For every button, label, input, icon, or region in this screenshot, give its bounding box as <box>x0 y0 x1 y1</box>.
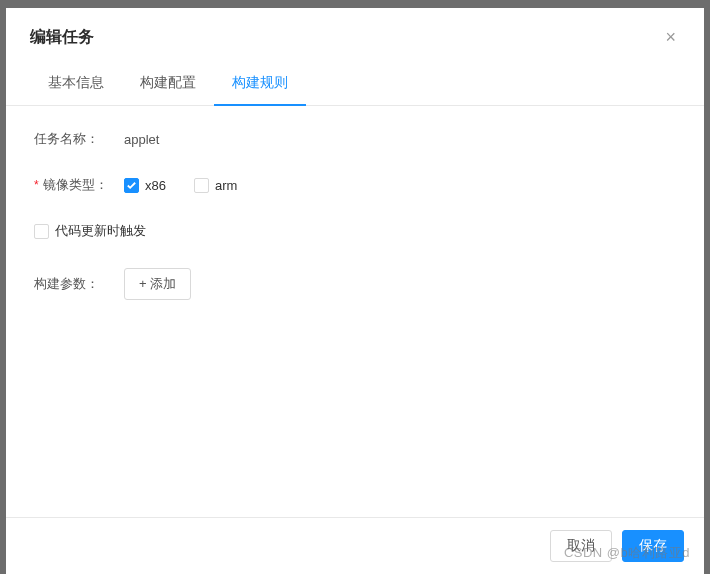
modal-header: 编辑任务 × <box>6 8 704 64</box>
checkbox-arm[interactable]: arm <box>194 178 237 193</box>
image-type-row: *镜像类型： x86 arm <box>34 176 676 194</box>
code-update-trigger-label: 代码更新时触发 <box>55 222 146 240</box>
image-type-label: *镜像类型： <box>34 176 124 194</box>
modal-title: 编辑任务 <box>30 27 94 48</box>
tab-basic-info[interactable]: 基本信息 <box>30 64 122 106</box>
checkbox-x86-label: x86 <box>145 178 166 193</box>
build-params-row: 构建参数： + 添加 <box>34 268 676 300</box>
checkbox-x86[interactable]: x86 <box>124 178 166 193</box>
code-update-trigger-row: 代码更新时触发 <box>34 222 676 240</box>
tab-build-rules[interactable]: 构建规则 <box>214 64 306 106</box>
close-icon[interactable]: × <box>661 26 680 48</box>
build-params-label: 构建参数： <box>34 275 124 293</box>
required-star-icon: * <box>34 178 39 192</box>
checkbox-arm-box <box>194 178 209 193</box>
cancel-button[interactable]: 取消 <box>550 530 612 562</box>
edit-task-modal: 编辑任务 × 基本信息 构建配置 构建规则 任务名称： applet *镜像类型… <box>6 8 704 574</box>
task-name-row: 任务名称： applet <box>34 130 676 148</box>
check-icon <box>126 180 137 191</box>
save-button[interactable]: 保存 <box>622 530 684 562</box>
add-button[interactable]: + 添加 <box>124 268 191 300</box>
task-name-label: 任务名称： <box>34 130 124 148</box>
image-type-options: x86 arm <box>124 178 237 193</box>
checkbox-arm-label: arm <box>215 178 237 193</box>
tab-build-config[interactable]: 构建配置 <box>122 64 214 106</box>
task-name-value: applet <box>124 132 159 147</box>
checkbox-x86-box <box>124 178 139 193</box>
checkbox-code-update-trigger[interactable]: 代码更新时触发 <box>34 222 146 240</box>
form-body: 任务名称： applet *镜像类型： x86 arm <box>6 106 704 517</box>
tabs: 基本信息 构建配置 构建规则 <box>6 64 704 106</box>
modal-footer: 取消 保存 <box>6 517 704 574</box>
checkbox-code-update-box <box>34 224 49 239</box>
